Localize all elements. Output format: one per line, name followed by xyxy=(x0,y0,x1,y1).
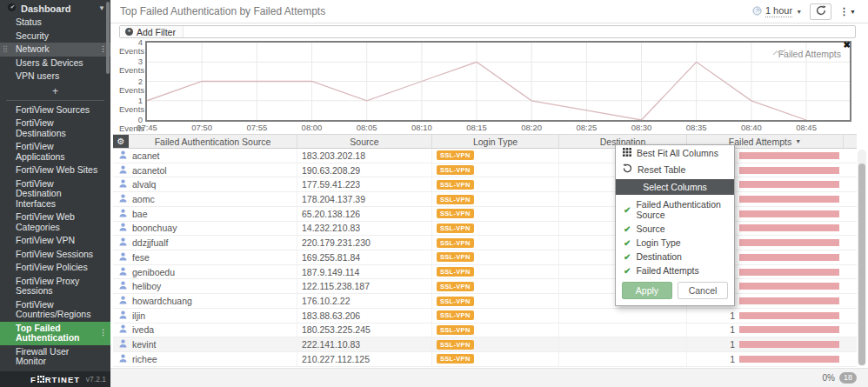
cell-login-type: SSL-VPN xyxy=(432,265,559,279)
sidebar-scrollbar-thumb[interactable] xyxy=(106,2,110,74)
column-toggle-destination[interactable]: ✔Destination xyxy=(616,250,734,264)
table-row[interactable]: heliboy122.115.238.187SSL-VPN1 xyxy=(113,279,857,294)
menu-item-reset-table[interactable]: Reset Table xyxy=(616,161,734,177)
sidebar-item-fortiview-destination-interfaces[interactable]: FortiView Destination Interfaces xyxy=(0,177,110,211)
column-header-failed-authentication-source[interactable]: Failed Authentication Source xyxy=(129,135,297,148)
cell-login-type: SSL-VPN xyxy=(432,324,559,337)
x-axis-tick-label: 07:45 xyxy=(131,123,163,132)
cell-failed-auth-source: acanet xyxy=(113,149,297,163)
add-filter-button[interactable]: + Add Filter xyxy=(120,26,184,37)
failed-attempts-bar xyxy=(739,181,839,188)
table-row[interactable]: acanet183.203.202.18SSL-VPN1 xyxy=(113,149,857,163)
widget-menu-button[interactable]: ⋮ ▼ xyxy=(839,6,856,17)
version-label: v7.2.1 xyxy=(86,375,106,384)
drag-handle-icon[interactable]: ⣿ xyxy=(3,44,6,55)
column-toggle-failed-authentication-source[interactable]: ✔Failed Authentication Source xyxy=(616,197,734,222)
table-row[interactable]: acanetol190.63.208.29SSL-VPN1 xyxy=(113,163,857,178)
cell-source: 220.179.231.230 xyxy=(297,236,432,250)
sidebar-item-fortiview-proxy-sessions[interactable]: FortiView Proxy Sessions xyxy=(0,275,110,298)
failed-attempts-value: 1 xyxy=(687,324,735,335)
table-settings-gear-button[interactable]: ⚙ xyxy=(113,135,129,148)
time-range-dropdown[interactable]: 1 hour ▼ xyxy=(752,5,802,17)
sidebar-item-vpn-users[interactable]: VPN users xyxy=(0,70,110,83)
sidebar-item-fortiview-web-categories[interactable]: FortiView Web Categories xyxy=(0,210,110,234)
username-label: geniboedu xyxy=(132,267,175,277)
table-scrollbar-thumb[interactable] xyxy=(858,163,865,365)
cell-destination xyxy=(559,324,687,337)
table-row[interactable]: richee210.227.112.125SSL-VPN1 xyxy=(113,352,857,367)
sidebar-item-fortiview-policies[interactable]: FortiView Policies xyxy=(0,261,110,275)
cell-login-type: SSL-VPN xyxy=(432,192,559,206)
column-toggle-source[interactable]: ✔Source xyxy=(616,222,734,236)
sidebar-item-label: FortiView Destination Interfaces xyxy=(16,178,62,209)
failed-attempts-bar xyxy=(739,152,839,159)
kebab-menu-icon[interactable]: ⋮ xyxy=(99,328,107,338)
login-type-badge: SSL-VPN xyxy=(437,150,474,160)
fortinet-logo: FRTINET xyxy=(30,375,80,384)
table-row[interactable]: kevint222.141.10.83SSL-VPN1 xyxy=(113,337,857,352)
column-header-label: Source xyxy=(350,137,378,147)
table-row[interactable]: bae65.20.138.126SSL-VPN1 xyxy=(113,207,857,222)
refresh-button[interactable] xyxy=(810,3,831,20)
sidebar-item-dashboard[interactable]: Dashboard ▼ xyxy=(0,0,110,16)
table-row[interactable]: iljin183.88.63.206SSL-VPN1 xyxy=(113,309,857,324)
sidebar-item-fortiview-applications[interactable]: FortiView Applications xyxy=(0,140,110,163)
chevron-down-icon: ▼ xyxy=(98,4,105,12)
sidebar-item-top-failed-authentication[interactable]: Top Failed Authentication⋮ xyxy=(0,322,110,345)
sidebar-footer: FRTINET v7.2.1 xyxy=(0,371,110,387)
table-row[interactable]: geniboedu187.9.149.114SSL-VPN1 xyxy=(113,265,857,280)
sidebar-item-fortiview-countries-regions[interactable]: FortiView Countries/Regions xyxy=(0,298,110,322)
filter-input[interactable] xyxy=(184,26,855,37)
sidebar-item-fortiview-sources[interactable]: FortiView Sources xyxy=(0,103,110,117)
sidebar-item-security[interactable]: Security xyxy=(0,30,110,43)
x-axis-tick-label: 08:00 xyxy=(297,123,328,132)
sidebar-item-fortiview-sessions[interactable]: FortiView Sessions xyxy=(0,248,110,262)
username-label: bae xyxy=(132,209,148,219)
table-row[interactable]: ddzjjfualf220.179.231.230SSL-VPN1 xyxy=(113,236,857,250)
x-axis-tick-label: 08:25 xyxy=(571,123,602,132)
table-row[interactable]: aomc178.204.137.39SSL-VPN1 xyxy=(113,192,857,207)
cell-source: 177.59.41.223 xyxy=(297,177,432,191)
cancel-button[interactable]: Cancel xyxy=(678,282,728,299)
menu-item-best-fit[interactable]: Best Fit All Columns xyxy=(616,145,734,161)
sidebar-item-users-devices[interactable]: Users & Devices xyxy=(0,57,110,70)
gauge-icon xyxy=(7,3,17,14)
column-toggle-login-type[interactable]: ✔Login Type xyxy=(616,236,734,250)
sidebar-item-fortiview-destinations[interactable]: FortiView Destinations xyxy=(0,117,110,140)
add-dashboard-button[interactable]: + xyxy=(0,83,110,98)
cell-failed-auth-source: ddzjjfualf xyxy=(113,236,297,250)
table-row[interactable]: iveda180.253.225.245SSL-VPN1 xyxy=(113,324,857,338)
sidebar-nav: StatusSecurity⣿Network⋮Users & DevicesVP… xyxy=(0,16,110,387)
table-row[interactable]: howardchuang176.10.2.22SSL-VPN1 xyxy=(113,294,857,309)
x-axis-tick-label: 07:55 xyxy=(241,123,272,132)
refresh-icon xyxy=(816,5,826,17)
main-content: Top Failed Authentication by Failed Atte… xyxy=(110,0,868,387)
column-header-login-type[interactable]: Login Type xyxy=(432,135,559,148)
apply-button[interactable]: Apply xyxy=(622,282,672,299)
page-title: Top Failed Authentication by Failed Atte… xyxy=(120,5,325,17)
sidebar-item-label: FortiView Proxy Sessions xyxy=(16,276,79,297)
failed-attempts-value: 1 xyxy=(687,339,735,350)
table-row[interactable]: fese169.255.81.84SSL-VPN1 xyxy=(113,250,857,265)
username-label: acanetol xyxy=(132,165,167,176)
sidebar-item-network[interactable]: ⣿Network⋮ xyxy=(0,43,110,57)
table-row[interactable]: boonchuay14.232.210.83SSL-VPN1 xyxy=(113,222,857,237)
x-axis-tick-label: 08:30 xyxy=(626,123,658,132)
sidebar-item-fortiview-vpn[interactable]: FortiView VPN xyxy=(0,234,110,248)
table-row[interactable]: alvalq177.59.41.223SSL-VPN1 xyxy=(113,177,857,192)
failed-attempts-value: 1 xyxy=(687,310,735,321)
sidebar-item-firewall-user-monitor[interactable]: Firewall User Monitor xyxy=(0,345,110,369)
sidebar-item-status[interactable]: Status xyxy=(0,16,110,30)
username-label: fese xyxy=(132,252,150,263)
sidebar-item-fortiview-web-sites[interactable]: FortiView Web Sites xyxy=(0,163,110,177)
x-axis-tick-label: 08:05 xyxy=(351,123,383,132)
cell-failed-attempts: 1 xyxy=(687,324,844,337)
sidebar-item-label: Firewall User Monitor xyxy=(16,346,69,367)
close-chart-icon[interactable]: ✖ xyxy=(844,41,851,50)
column-toggle-failed-attempts[interactable]: ✔Failed Attempts xyxy=(616,264,734,277)
menu-item-label: Reset Table xyxy=(638,164,685,175)
user-icon xyxy=(119,179,127,190)
column-header-source[interactable]: Source xyxy=(297,135,432,148)
failed-attempts-bar xyxy=(739,210,839,217)
chart-legend: Failed Attempts xyxy=(773,49,841,59)
